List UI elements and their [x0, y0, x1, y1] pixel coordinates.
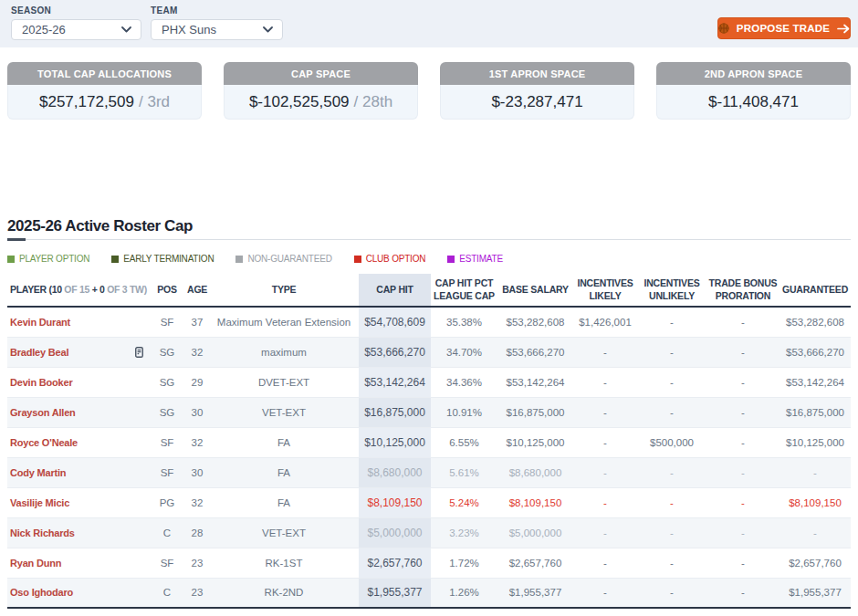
cap-hit-cell: $54,708,609: [359, 307, 431, 337]
age-cell: 23: [185, 578, 209, 608]
player-name-link[interactable]: Kevin Durant: [10, 317, 70, 328]
incentives-unlikely-cell: -: [637, 337, 706, 367]
age-cell: 32: [185, 487, 209, 517]
card-value-row: $-11,408,471: [656, 85, 851, 120]
incentives-unlikely-cell: -: [637, 548, 706, 578]
card-value: $-23,287,471: [491, 93, 582, 111]
guaranteed-cell: -: [780, 457, 851, 487]
chevron-down-icon: [121, 26, 131, 33]
column-header-type[interactable]: TYPE: [209, 274, 359, 307]
base-salary-cell: $53,282,608: [497, 307, 573, 337]
column-header-trade-bonus[interactable]: TRADE BONUSPRORATION: [706, 274, 780, 307]
roster-row: Devin Booker SG 29 DVET-EXT $53,142,264 …: [7, 367, 851, 397]
card-title: 2ND APRON SPACE: [656, 62, 851, 85]
column-header-guaranteed[interactable]: GUARANTEED: [780, 274, 851, 307]
legend-label: CLUB OPTION: [366, 254, 426, 264]
roster-header-row: PLAYER (10 OF 15 + 0 OF 3 TW) POS AGE TY…: [7, 274, 851, 307]
card-value: $-11,408,471: [708, 93, 799, 111]
cap-hit-pct-cell: 34.70%: [431, 337, 497, 367]
player-name-link[interactable]: Oso Ighodaro: [10, 587, 73, 598]
cap-hit-cell: $1,955,377: [359, 578, 431, 608]
contract-note-icon[interactable]: [135, 347, 143, 358]
legend-swatch-icon: [235, 256, 243, 263]
incentives-unlikely-cell: $500,000: [637, 427, 706, 457]
type-cell: FA: [209, 457, 359, 487]
player-name-link[interactable]: Cody Martin: [10, 467, 66, 478]
propose-trade-button[interactable]: PROPOSE TRADE: [717, 17, 851, 39]
title-divider: [7, 239, 851, 241]
incentives-unlikely-cell: -: [637, 487, 706, 517]
player-name-link[interactable]: Grayson Allen: [10, 407, 76, 418]
card-title: TOTAL CAP ALLOCATIONS: [7, 62, 202, 85]
pos-cell: SF: [149, 548, 185, 578]
incentives-likely-cell: -: [573, 578, 637, 608]
roster-table-body: Kevin Durant SF 37 Maximum Veteran Exten…: [7, 307, 851, 608]
column-header-cap-hit[interactable]: CAP HIT: [359, 274, 431, 307]
filter-band: SEASON 2025-26 TEAM PHX Suns PROPOSE TRA…: [0, 0, 858, 47]
chevron-down-icon: [263, 26, 273, 33]
player-name-link[interactable]: Devin Booker: [10, 377, 73, 388]
type-cell: RK-1ST: [209, 548, 359, 578]
player-name-link[interactable]: Royce O'Neale: [10, 437, 78, 448]
age-cell: 28: [185, 517, 209, 548]
team-select[interactable]: PHX Suns: [151, 19, 283, 40]
incentives-likely-cell: -: [573, 337, 637, 367]
column-header-base-salary[interactable]: BASE SALARY: [497, 274, 573, 307]
trade-bonus-cell: -: [706, 457, 780, 487]
cap-hit-cell: $53,666,270: [359, 337, 431, 367]
card-value: $257,172,509: [39, 93, 134, 111]
age-cell: 37: [185, 307, 209, 337]
guaranteed-cell: -: [780, 517, 851, 548]
column-header-pos[interactable]: POS: [149, 274, 185, 307]
player-count-max: OF 15: [64, 284, 91, 295]
type-cell: FA: [209, 487, 359, 517]
player-cell: Bradley Beal: [7, 337, 149, 367]
legend-swatch-icon: [7, 256, 15, 263]
incentives-unlikely-cell: -: [637, 457, 706, 487]
guaranteed-cell: $1,955,377: [780, 578, 851, 608]
base-salary-cell: $53,666,270: [497, 337, 573, 367]
legend-item: NON-GUARANTEED: [235, 254, 331, 264]
column-header-age[interactable]: AGE: [185, 274, 209, 307]
legend-item: PLAYER OPTION: [7, 254, 89, 264]
twoway-count-max: OF 3 TW): [107, 284, 147, 295]
pos-cell: PG: [149, 487, 185, 517]
player-cell: Royce O'Neale: [7, 427, 149, 457]
player-cell: Vasilije Micic: [7, 487, 149, 517]
cap-hit-pct-cell: 6.55%: [431, 427, 497, 457]
player-name-link[interactable]: Bradley Beal: [10, 347, 68, 358]
base-salary-cell: $8,109,150: [497, 487, 573, 517]
player-name-link[interactable]: Nick Richards: [10, 527, 75, 538]
cap-hit-cell: $53,142,264: [359, 367, 431, 397]
cap-hit-cell: $2,657,760: [359, 548, 431, 578]
card-value: $-102,525,509: [249, 93, 350, 111]
page-title: 2025-26 Active Roster Cap: [7, 217, 851, 235]
roster-row: Ryan Dunn SF 23 RK-1ST $2,657,760 1.72% …: [7, 548, 851, 578]
player-cell: Grayson Allen: [7, 397, 149, 427]
column-header-incentives-likely[interactable]: INCENTIVESLIKELY: [573, 274, 637, 307]
cap-hit-cell: $10,125,000: [359, 427, 431, 457]
incentives-unlikely-cell: -: [637, 578, 706, 608]
card-rank: / 28th: [354, 93, 393, 111]
card-value-row: $-102,525,509 / 28th: [224, 85, 418, 120]
column-header-player[interactable]: PLAYER (10 OF 15 + 0 OF 3 TW): [7, 274, 149, 307]
cap-hit-cell: $16,875,000: [359, 397, 431, 427]
player-name-link[interactable]: Ryan Dunn: [10, 558, 61, 569]
cap-hit-pct-cell: 10.91%: [431, 397, 497, 427]
column-header-cap-hit-pct[interactable]: CAP HIT PCTLEAGUE CAP: [431, 274, 497, 307]
season-select[interactable]: 2025-26: [11, 19, 141, 40]
guaranteed-cell: $2,657,760: [780, 548, 851, 578]
player-cell: Ryan Dunn: [7, 548, 149, 578]
cap-hit-pct-cell: 1.72%: [431, 548, 497, 578]
card-cap-space: CAP SPACE $-102,525,509 / 28th: [224, 62, 418, 120]
column-header-incentives-unlikely[interactable]: INCENTIVESUNLIKELY: [637, 274, 706, 307]
team-label: TEAM: [151, 5, 283, 16]
age-cell: 30: [185, 457, 209, 487]
incentives-unlikely-cell: -: [637, 397, 706, 427]
cap-hit-cell: $8,109,150: [359, 487, 431, 517]
legend-swatch-icon: [447, 256, 455, 263]
card-value-row: $-23,287,471: [440, 85, 634, 120]
pos-cell: SF: [149, 427, 185, 457]
player-name-link[interactable]: Vasilije Micic: [10, 497, 69, 508]
guaranteed-cell: $8,109,150: [780, 487, 851, 517]
